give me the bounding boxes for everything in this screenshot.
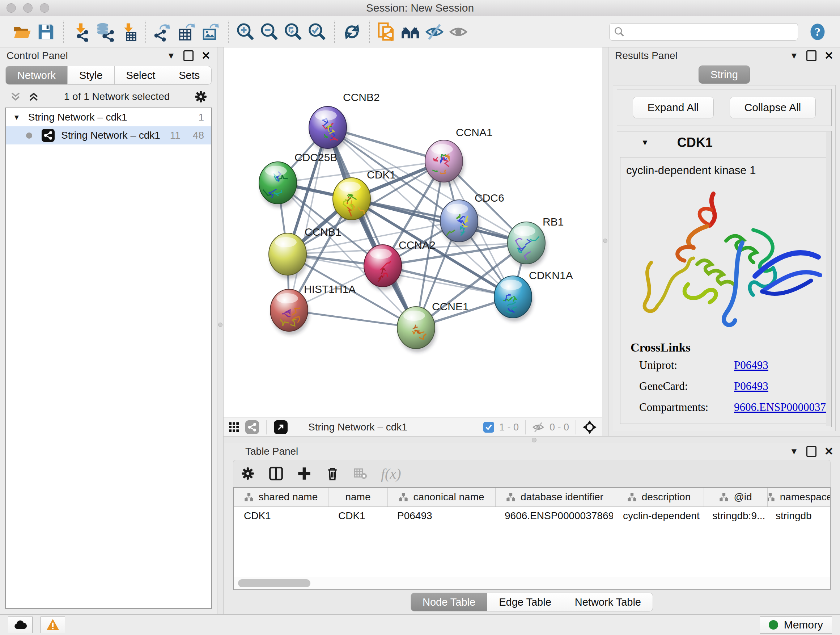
network-view-badge-icon[interactable] <box>245 420 259 434</box>
crosslink-genecard-link[interactable]: P06493 <box>734 380 768 393</box>
hide-selected-button[interactable] <box>423 20 447 43</box>
tab-sets[interactable]: Sets <box>167 66 212 85</box>
column-header-canonical-name[interactable]: canonical name <box>387 488 495 507</box>
column-header-description[interactable]: description <box>614 488 704 507</box>
scrollbar-thumb[interactable] <box>238 579 310 587</box>
protein-structure-image <box>623 183 826 339</box>
help-button[interactable]: ? <box>808 22 827 41</box>
splitter-handle[interactable] <box>532 438 537 442</box>
clone-network-button[interactable] <box>375 20 399 43</box>
crosslink-uniprot-link[interactable]: P06493 <box>734 359 768 372</box>
results-scrollbar[interactable] <box>826 132 831 426</box>
collapse-all-button[interactable]: Collapse All <box>729 97 816 119</box>
collapse-all-icon[interactable] <box>9 90 22 103</box>
tab-style[interactable]: Style <box>68 66 114 85</box>
column-header-namespace[interactable]: namespace <box>767 488 830 507</box>
network-node-hist1h1a[interactable]: HIST1H1A <box>270 283 355 335</box>
tab-string[interactable]: String <box>699 65 750 84</box>
cell-shared-name[interactable]: CDK1 <box>234 507 328 524</box>
birdseye-view-icon[interactable] <box>274 420 287 434</box>
search-input[interactable] <box>628 26 793 38</box>
column-header-name[interactable]: name <box>328 488 387 507</box>
memory-button[interactable]: Memory <box>760 616 832 633</box>
zoom-fit-button[interactable] <box>281 20 305 43</box>
float-panel-icon[interactable] <box>183 50 194 61</box>
splitter-handle[interactable] <box>218 323 223 327</box>
panel-menu-icon[interactable]: ▼ <box>790 447 798 456</box>
import-network-from-database-button[interactable] <box>93 20 117 43</box>
zoom-in-button[interactable] <box>234 20 257 43</box>
tab-network-table[interactable]: Network Table <box>563 593 653 611</box>
show-all-button[interactable] <box>447 20 470 43</box>
network-node-ccnb2[interactable]: CCNB2 <box>309 91 380 152</box>
network-collection-row[interactable]: ▼ String Network – cdk1 1 <box>6 108 211 126</box>
right-splitter[interactable] <box>602 48 608 436</box>
close-panel-icon[interactable]: ✕ <box>824 50 834 61</box>
cell-namespace[interactable]: stringdb <box>766 507 830 524</box>
fit-selected-crosshair-icon[interactable] <box>583 420 597 434</box>
network-canvas[interactable]: CCNB2CCNA1CDC25BCDK1CDC6RB1CCNB1CCNA2CDK… <box>224 48 602 417</box>
expand-all-button[interactable]: Expand All <box>633 97 714 119</box>
expand-all-icon[interactable] <box>27 90 40 103</box>
network-node-ccna1[interactable]: CCNA1 <box>425 126 493 186</box>
open-session-button[interactable] <box>10 20 34 43</box>
close-panel-icon[interactable]: ✕ <box>202 50 210 61</box>
zoom-out-button[interactable] <box>257 20 281 43</box>
node-label-rb1: RB1 <box>543 216 564 228</box>
column-header-shared-name[interactable]: shared name <box>234 488 328 507</box>
warnings-button[interactable] <box>41 616 65 633</box>
table-row[interactable]: CDK1CDK1P064939606.ENSP00000378699cyclin… <box>234 507 830 524</box>
splitter-handle[interactable] <box>603 239 607 243</box>
cloud-status-button[interactable] <box>8 616 33 633</box>
close-panel-icon[interactable]: ✕ <box>824 446 834 457</box>
network-node-ccna2[interactable]: CCNA2 <box>364 239 436 290</box>
network-node-cdkn1a[interactable]: CDKN1A <box>494 269 573 321</box>
entry-description: cyclin-dependent kinase 1 <box>621 157 828 181</box>
selected-checkbox[interactable] <box>483 422 494 432</box>
export-image-button[interactable] <box>199 20 223 43</box>
apply-style-button[interactable] <box>340 20 364 43</box>
delete-column-icon[interactable] <box>325 466 340 481</box>
first-neighbors-button[interactable] <box>399 20 423 43</box>
tab-network[interactable]: Network <box>5 66 68 85</box>
crosslink-compartments-link[interactable]: 9606.ENSP00000378699 <box>734 401 829 414</box>
cell-canonical-name[interactable]: P06493 <box>387 507 494 524</box>
network-row[interactable]: String Network – cdk1 11 48 <box>6 126 211 144</box>
entry-collapse-caret[interactable]: ▼ <box>641 138 649 147</box>
separator <box>266 420 267 434</box>
gear-icon[interactable] <box>194 90 208 103</box>
cell-name[interactable]: CDK1 <box>328 507 387 524</box>
float-panel-icon[interactable] <box>806 50 816 61</box>
collection-expand-caret[interactable]: ▼ <box>13 113 20 122</box>
save-session-button[interactable] <box>34 20 58 43</box>
network-node-rb1[interactable]: RB1 <box>508 216 564 268</box>
column-header-database-identifier[interactable]: database identifier <box>495 488 614 507</box>
column-header--id[interactable]: @id <box>704 488 767 507</box>
import-table-button[interactable] <box>117 20 141 43</box>
left-splitter[interactable] <box>217 48 224 614</box>
cell-description[interactable]: cyclin-dependent ... <box>613 507 702 524</box>
panel-menu-icon[interactable]: ▼ <box>790 51 798 60</box>
grid-view-icon[interactable] <box>229 422 240 432</box>
show-columns-icon[interactable] <box>269 466 283 481</box>
tab-node-table[interactable]: Node Table <box>411 593 487 611</box>
zoom-selected-button[interactable] <box>305 20 329 43</box>
export-network-button[interactable] <box>151 20 175 43</box>
network-node-ccne1[interactable]: CCNE1 <box>397 301 469 352</box>
import-network-button[interactable] <box>69 20 93 43</box>
gear-icon[interactable] <box>240 466 255 481</box>
add-column-icon[interactable] <box>297 466 311 481</box>
tab-edge-table[interactable]: Edge Table <box>487 593 563 611</box>
tab-select[interactable]: Select <box>115 66 167 85</box>
network-node-cdc6[interactable]: CDC6 <box>440 192 504 245</box>
export-table-button[interactable] <box>175 20 199 43</box>
panel-menu-icon[interactable]: ▼ <box>167 51 175 60</box>
crosslink-tissues-link[interactable]: 9606.ENSP00000378699 <box>734 422 829 424</box>
search-field[interactable] <box>609 23 798 41</box>
zoom-in-icon <box>236 22 256 42</box>
float-panel-icon[interactable] <box>806 446 816 457</box>
cell-database-identifier[interactable]: 9606.ENSP00000378699 <box>494 507 613 524</box>
horizontal-splitter[interactable] <box>224 436 840 443</box>
table-horizontal-scrollbar[interactable] <box>234 577 830 589</box>
cell--id[interactable]: stringdb:9... <box>702 507 766 524</box>
